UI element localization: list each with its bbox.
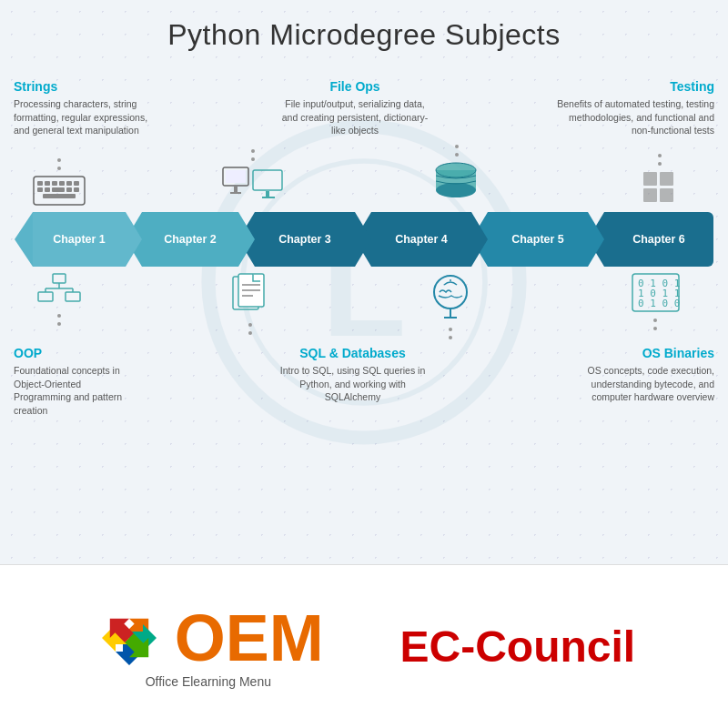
os-desc: OS concepts, code execution, understandi…	[564, 364, 714, 404]
oem-arrows-icon	[93, 606, 166, 670]
brain-icon	[426, 272, 476, 322]
dots-binary-bottom	[653, 315, 657, 333]
svg-rect-4	[37, 181, 43, 186]
brain-icon-container	[396, 272, 505, 344]
svg-text:0 1 0 0: 0 1 0 0	[638, 298, 680, 309]
sql-desc: Intro to SQL, using SQL queries in Pytho…	[276, 364, 430, 404]
ec-council-logo: EC-Council	[400, 622, 636, 672]
svg-point-25	[436, 183, 476, 197]
svg-rect-9	[74, 181, 79, 186]
monitors-icon	[221, 166, 285, 207]
testing-topic: Testing Benefits of automated testing, t…	[551, 79, 714, 137]
oop-icon	[35, 272, 85, 308]
main-container: L Python Microdegree Subjects Strings Pr…	[0, 0, 728, 728]
svg-rect-22	[226, 170, 246, 183]
chapter-1-segment[interactable]: Chapter 1	[33, 212, 126, 267]
oop-icon-container	[14, 272, 105, 330]
svg-rect-15	[43, 194, 76, 198]
database-icon-container	[402, 139, 511, 207]
oem-icon-text: OEM	[93, 605, 324, 671]
chapter-4-segment[interactable]: Chapter 4	[371, 212, 471, 267]
chapters-ribbon: Chapter 1 Chapter 2 Chapter 3 Chapter 4 …	[33, 212, 713, 267]
dots-sql-bottom	[248, 319, 252, 338]
chapter-6-segment[interactable]: Chapter 6	[604, 212, 713, 267]
chapter-5-segment[interactable]: Chapter 5	[488, 212, 588, 267]
dots-ch4-top	[455, 141, 459, 159]
svg-rect-14	[74, 187, 79, 192]
svg-rect-18	[230, 192, 241, 194]
svg-rect-21	[262, 197, 275, 198]
os-topic: OS Binaries OS concepts, code execution,…	[564, 346, 714, 418]
oem-text: OEM	[175, 605, 324, 671]
monitors-icon-container	[198, 144, 308, 207]
dots-testing-top	[658, 150, 662, 168]
svg-rect-7	[59, 181, 65, 186]
keyboard-icon-container	[14, 153, 105, 207]
oem-subtitle: Office Elearning Menu	[146, 674, 271, 689]
chapter-2-segment[interactable]: Chapter 2	[142, 212, 238, 267]
oop-desc: Foundational concepts in Object-Oriented…	[14, 364, 141, 418]
svg-rect-17	[234, 187, 238, 192]
fileops-desc: File input/output, serializing data, and…	[278, 97, 432, 137]
svg-rect-36	[38, 292, 53, 301]
keyboard-icon	[32, 175, 86, 207]
dots-fileops-top	[251, 146, 255, 164]
dots-oop-bottom	[57, 310, 61, 329]
svg-rect-6	[52, 181, 57, 186]
dots-brain-bottom	[449, 324, 452, 342]
os-title: OS Binaries	[564, 346, 714, 360]
logo-section: OEM Office Elearning Menu EC-Council	[0, 564, 728, 728]
fileops-topic: File Ops File input/output, serializing …	[278, 79, 432, 137]
svg-rect-30	[660, 188, 673, 202]
database-icon	[431, 161, 481, 207]
dots-ch1-top	[57, 155, 61, 173]
file-icon-container	[196, 272, 305, 339]
chapter-3-segment[interactable]: Chapter 3	[255, 212, 355, 267]
testing-icon-container	[605, 148, 714, 207]
svg-rect-13	[66, 187, 72, 192]
fileops-title: File Ops	[278, 79, 432, 94]
page-title: Python Microdegree Subjects	[167, 18, 561, 52]
binary-icon: 0 1 0 1 1 0 1 1 0 1 0 0	[631, 272, 681, 313]
svg-rect-5	[45, 181, 50, 186]
oop-topic: OOP Foundational concepts in Object-Orie…	[14, 346, 141, 418]
sql-title: SQL & Databases	[276, 346, 430, 360]
svg-rect-27	[643, 172, 657, 186]
binary-icon-container: 0 1 0 1 1 0 1 1 0 1 0 0	[596, 272, 714, 335]
strings-topic: Strings Processing characters, string fo…	[14, 79, 159, 137]
strings-desc: Processing characters, string formatting…	[14, 97, 159, 137]
content-area: Python Microdegree Subjects Strings Proc…	[9, 18, 719, 418]
file-docs-icon	[226, 272, 276, 318]
svg-rect-10	[37, 187, 43, 192]
svg-rect-11	[45, 187, 50, 192]
svg-rect-28	[660, 172, 673, 186]
testing-title: Testing	[551, 79, 714, 94]
svg-rect-19	[253, 170, 282, 190]
chapters-ribbon-wrapper: Chapter 1 Chapter 2 Chapter 3 Chapter 4 …	[15, 212, 713, 267]
svg-rect-31	[53, 274, 66, 283]
diagram-section: L Python Microdegree Subjects Strings Pr…	[0, 0, 728, 564]
testing-dots-icon	[642, 170, 678, 207]
svg-rect-29	[643, 188, 657, 202]
svg-rect-8	[66, 181, 72, 186]
svg-rect-37	[66, 292, 80, 301]
strings-title: Strings	[14, 79, 159, 94]
oem-logo: OEM Office Elearning Menu	[93, 605, 324, 689]
sql-topic: SQL & Databases Intro to SQL, using SQL …	[276, 346, 430, 418]
oop-title: OOP	[14, 346, 141, 360]
svg-rect-20	[266, 191, 269, 197]
svg-rect-12	[52, 187, 65, 192]
ribbon-left-arrow	[15, 212, 33, 267]
testing-desc: Benefits of automated testing, testing m…	[551, 97, 714, 137]
